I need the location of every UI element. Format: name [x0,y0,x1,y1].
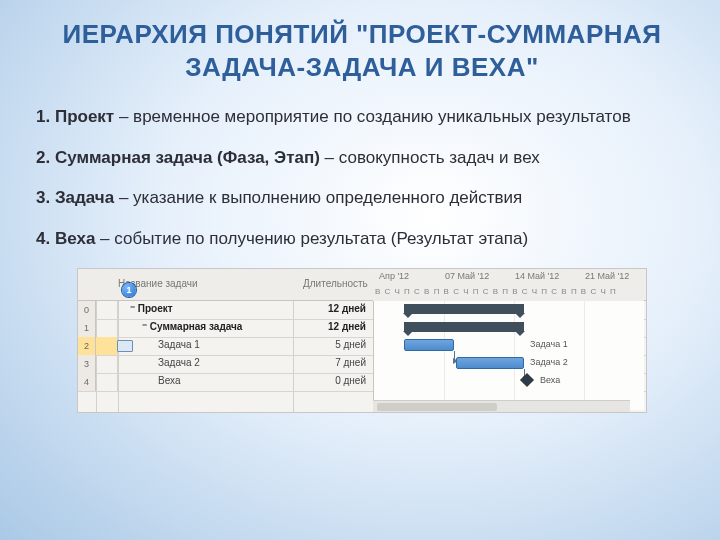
item-text: – совокупность задач и вех [325,148,540,167]
task-duration: 12 дней [308,321,366,332]
item-task: 3. Задача – указание к выполнению опреде… [36,186,688,211]
item-number: 4. [36,229,50,248]
task-name: Задача 2 [158,357,200,368]
horizontal-scrollbar[interactable] [373,400,630,412]
callout-badge-1: 1 [122,283,136,297]
item-summary-task: 2. Суммарная задача (Фаза, Этап) – совок… [36,146,688,171]
task-bar-2[interactable] [456,357,524,369]
timeline-days: В С Ч П С В П В С Ч П С В П В С Ч П С В … [375,287,617,296]
row-id[interactable]: 0 [78,301,96,319]
row-id[interactable]: 4 [78,373,96,391]
item-text: – событие по получению результата (Резул… [100,229,528,248]
row-id[interactable]: 2 [78,337,96,355]
item-project: 1. Проект – временное мероприятие по соз… [36,105,688,130]
link-icon [117,340,133,352]
timeline-week: 07 Май '12 [445,271,489,281]
slide-title: ИЕРАРХИЯ ПОНЯТИЙ "ПРОЕКТ-СУММАРНАЯ ЗАДАЧ… [36,18,688,83]
item-text: – временное мероприятие по созданию уник… [119,107,631,126]
task-duration: 7 дней [308,357,366,368]
gantt-gridline [584,301,585,410]
row-info-cell [96,337,118,355]
definition-list: 1. Проект – временное мероприятие по соз… [36,105,688,252]
gantt-label: Веха [540,375,560,385]
row-info-cell [96,301,118,319]
gantt-label: Задача 1 [530,339,568,349]
row-info-cell [96,355,118,373]
item-number: 3. [36,188,50,207]
item-term: Проект [55,107,114,126]
slide: ИЕРАРХИЯ ПОНЯТИЙ "ПРОЕКТ-СУММАРНАЯ ЗАДАЧ… [0,0,720,540]
item-text: – указание к выполнению определенного де… [119,188,522,207]
timeline-week: Апр '12 [379,271,409,281]
item-milestone: 4. Веха – событие по получению результат… [36,227,688,252]
item-term: Суммарная задача (Фаза, Этап) [55,148,320,167]
item-term: Веха [55,229,95,248]
scrollbar-thumb[interactable] [377,403,497,411]
gantt-label: Задача 2 [530,357,568,367]
summary-bar-project[interactable] [404,304,524,314]
item-term: Задача [55,188,114,207]
ms-project-screenshot: Название задачи Длительность 1 Апр '12 0… [77,268,647,413]
row-id[interactable]: 3 [78,355,96,373]
task-duration: 0 дней [308,375,366,386]
gantt-gridline [444,301,445,410]
timeline-header: Апр '12 07 Май '12 14 Май '12 21 Май '12… [373,269,644,301]
col-header-duration[interactable]: Длительность [303,278,368,289]
timeline-week: 21 Май '12 [585,271,629,281]
row-info-cell [96,373,118,391]
gantt-chart: Задача 1 Задача 2 Веха [373,301,644,410]
summary-bar-phase[interactable] [404,322,524,332]
row-info-cell [96,319,118,337]
row-id[interactable]: 1 [78,319,96,337]
task-name: ⁻ Суммарная задача [142,321,242,332]
timeline-week: 14 Май '12 [515,271,559,281]
task-name: ⁻ Проект [130,303,173,314]
task-bar-1[interactable] [404,339,454,351]
item-number: 2. [36,148,50,167]
item-number: 1. [36,107,50,126]
task-name: Задача 1 [158,339,200,350]
task-duration: 5 дней [308,339,366,350]
task-name: Веха [158,375,180,386]
task-duration: 12 дней [308,303,366,314]
